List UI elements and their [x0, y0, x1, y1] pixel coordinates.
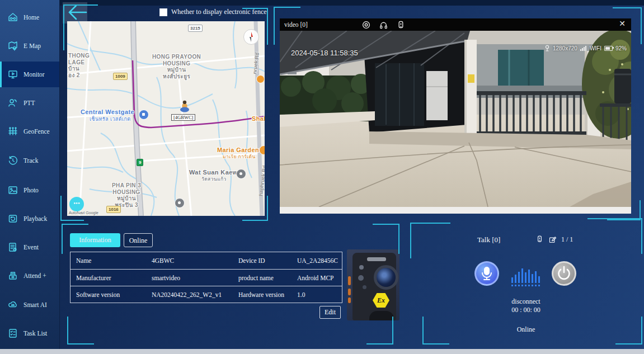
temple-pin2-icon: [175, 198, 185, 208]
fence-checkbox[interactable]: [159, 8, 167, 16]
road-badge-3215: 3215: [188, 25, 203, 32]
mall-pin-icon: [139, 110, 149, 120]
sidebar-item-photo[interactable]: Photo: [0, 177, 59, 203]
battery-percent: 92%: [615, 45, 627, 51]
info-label: Manufacturer: [70, 269, 146, 286]
sidebar-item-emap[interactable]: E Map: [0, 33, 59, 59]
battery-icon: [604, 46, 613, 51]
fence-toggle-row: Whether to display electronic fence: [159, 8, 267, 16]
sidebar-item-smartai[interactable]: Smart AI: [0, 292, 59, 318]
map-label-thong: THONG LAGE บ้าน อง 2: [68, 53, 90, 78]
sidebar-item-label: Attend +: [23, 272, 46, 279]
temple-pin-icon: [236, 169, 246, 179]
sidebar: Home E Map Monitor PTT GeoFence Track Ph…: [0, 0, 60, 349]
talk-header-icons: 1 / 1: [535, 235, 573, 244]
device-marker-icon[interactable]: [179, 100, 190, 113]
restaurant-pin-icon: [259, 145, 265, 155]
video-timestamp: 2024-05-18 11:58:35: [291, 49, 358, 57]
road-badge-9: 9: [137, 159, 143, 166]
map-label-central-westgate-thai: เซ็นทรัล เวสต์เกต: [90, 116, 131, 122]
map-label-central-westgate: Central Westgate: [81, 108, 134, 116]
wifi-label: WIFI: [590, 45, 601, 51]
sidebar-item-label: Task List: [23, 330, 47, 337]
photo-icon: [7, 185, 18, 196]
talk-bracket-tl: [410, 223, 450, 258]
info-value: 1.0: [292, 286, 342, 303]
info-label: Software version: [70, 286, 146, 303]
headphones-icon[interactable]: [379, 20, 388, 30]
map-label-maria-garden-thai: มาเรีย การ์เด้น: [223, 154, 256, 160]
compass-icon[interactable]: [243, 29, 259, 45]
talk-bracket-br: [615, 317, 642, 344]
sidebar-item-label: GeoFence: [23, 128, 50, 135]
map-icon: [7, 40, 18, 51]
map-panel[interactable]: THONG LAGE บ้าน อง 2 HONG PRAYOON HOUSIN…: [67, 21, 265, 216]
device-info-table: Name 4GBWC Device ID UA_2A28456C Manufac…: [70, 252, 342, 303]
camera-lens: [374, 265, 398, 290]
street-scene: [280, 31, 631, 207]
sidebar-item-track[interactable]: Track: [0, 148, 59, 173]
info-label: Name: [70, 252, 146, 269]
video-status-bar: 1280x720 WIFI 92%: [544, 45, 627, 51]
map-attribution: AutoNavi Google: [69, 211, 98, 215]
sidebar-item-label: PTT: [23, 100, 35, 106]
device-marker-label: [4GBWC]: [171, 114, 195, 121]
sidebar-item-playback[interactable]: Playback: [0, 206, 59, 232]
watch-icon[interactable]: [361, 20, 371, 30]
sidebar-item-tasklist[interactable]: Task List: [0, 320, 59, 346]
video-panel: video [0] ✕: [280, 18, 631, 214]
event-icon: [7, 242, 18, 253]
back-button[interactable]: [63, 2, 87, 23]
monitor-page: Home E Map Monitor PTT GeoFence Track Ph…: [0, 0, 644, 354]
tab-online[interactable]: Online: [124, 233, 153, 247]
talk-bracket-tr: [587, 218, 642, 254]
track-history-icon: [7, 155, 18, 166]
bodycam-body: Ex: [352, 253, 396, 320]
signal-icon: [580, 45, 587, 51]
sidebar-item-monitor[interactable]: Monitor: [0, 62, 59, 87]
power-icon: [553, 263, 575, 284]
sidebar-item-label: Smart AI: [23, 301, 47, 308]
sidebar-item-label: Track: [23, 157, 38, 164]
map-label-maria-garden: Maria Garden: [217, 147, 259, 154]
sidebar-item-home[interactable]: Home: [0, 4, 59, 30]
playback-icon: [7, 213, 18, 224]
device-photo: Ex: [347, 249, 399, 320]
map-label-wat-suan-kaew-thai: วัดสวนแก้ว: [201, 177, 227, 182]
map-more-button[interactable]: •••: [69, 197, 84, 211]
talk-title: Talk [0]: [477, 235, 500, 244]
info-value: smartvideo: [146, 269, 233, 286]
sidebar-item-label: E Map: [23, 43, 41, 49]
tab-information[interactable]: Information: [70, 233, 120, 247]
home-icon: [7, 12, 18, 23]
talk-power-button[interactable]: [552, 261, 576, 286]
talk-online-status: Online: [487, 325, 565, 334]
sidebar-item-label: Event: [23, 244, 39, 251]
map-label-shabu: ShabuB: [252, 115, 265, 122]
edit-button[interactable]: Edit: [319, 306, 341, 319]
video-title: video [0]: [284, 21, 308, 28]
video-header-icons: [361, 20, 406, 30]
sidebar-item-geofence[interactable]: GeoFence: [0, 119, 59, 144]
talk-counter: 1 / 1: [561, 235, 573, 244]
sidebar-item-ptt[interactable]: PTT: [0, 90, 59, 116]
back-arrow-icon: [63, 2, 87, 23]
compose-icon[interactable]: [548, 235, 557, 244]
top-strip: [0, 0, 644, 6]
sidebar-item-event[interactable]: Event: [0, 234, 59, 260]
monitor-icon: [7, 69, 18, 80]
video-close-button[interactable]: ✕: [619, 19, 626, 28]
video-resolution: 1280x720: [553, 45, 577, 51]
gps-icon: [544, 45, 550, 51]
talk-mic-button[interactable]: [474, 261, 499, 286]
sidebar-item-attend[interactable]: Attend +: [0, 263, 59, 289]
intercom-icon[interactable]: [396, 20, 406, 30]
talk-bracket-bl: [422, 317, 449, 344]
bottom-strip: [0, 349, 644, 354]
fence-icon: [7, 126, 18, 137]
info-value: 4GBWC: [146, 252, 233, 269]
fence-checkbox-label: Whether to display electronic fence: [171, 8, 267, 16]
ex-badge: Ex: [373, 293, 389, 308]
talk-intercom-icon: [535, 235, 544, 244]
road-badge-1009: 1009: [113, 73, 128, 80]
